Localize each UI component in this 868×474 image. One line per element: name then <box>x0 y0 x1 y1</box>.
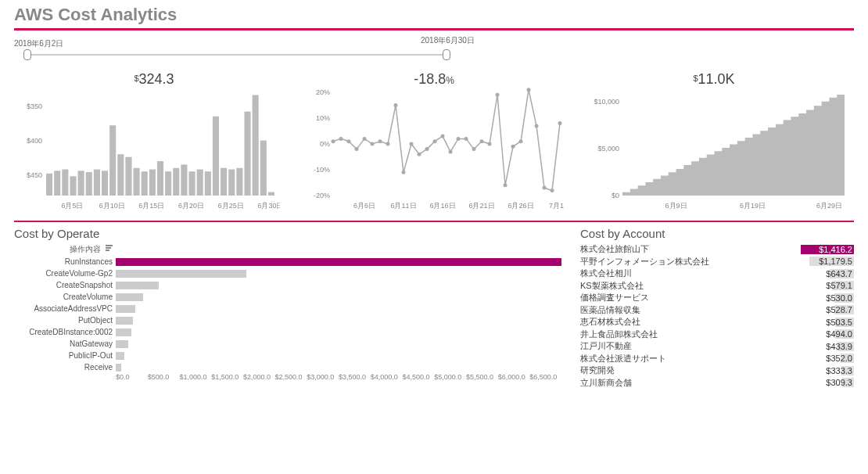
account-row[interactable]: 価格調査サービス$530.0 <box>580 292 854 304</box>
chart-pct-change-line[interactable]: 20%10%0%-10%-20%6月6日6月11日6月16日6月21日6月26日… <box>299 88 569 213</box>
operate-row-label: CreateVolume <box>14 293 116 301</box>
svg-point-45 <box>347 139 351 143</box>
svg-point-49 <box>378 139 382 143</box>
page-title: AWS Cost Analytics <box>0 0 868 28</box>
svg-rect-29 <box>253 95 259 196</box>
chart-cost-by-operate[interactable]: RunInstancesCreateVolume-Gp2CreateSnapsh… <box>14 256 561 373</box>
panel-cost-by-operate: Cost by Operate 操作内容 RunInstancesCreateV… <box>14 227 561 389</box>
svg-point-55 <box>425 147 429 151</box>
date-range-slider[interactable]: 2018年6月2日 2018年6月30日 <box>0 31 868 62</box>
operate-row-label: Receive <box>14 363 116 372</box>
operate-row-label: CreateVolume-Gp2 <box>14 269 116 278</box>
svg-rect-25 <box>221 168 227 196</box>
svg-text:-10%: -10% <box>314 166 330 174</box>
svg-point-44 <box>339 137 343 141</box>
account-row[interactable]: 株式会社旅館山下$1,416.2 <box>580 243 854 256</box>
operate-row[interactable]: CreateSnapshot <box>14 279 561 291</box>
svg-text:6月20日: 6月20日 <box>178 202 204 210</box>
operate-row-label: NatGateway <box>14 339 116 348</box>
operate-row[interactable]: PublicIP-Out <box>14 350 561 361</box>
account-title: Cost by Account <box>580 227 854 243</box>
slider-handle-start[interactable] <box>23 49 31 60</box>
kpi-delta: -18.8% <box>294 66 574 88</box>
svg-rect-3 <box>46 174 52 196</box>
svg-point-48 <box>371 142 375 146</box>
operate-row[interactable]: PutObject <box>14 314 561 326</box>
account-name: 立川新商会舗 <box>580 377 801 389</box>
account-row[interactable]: 井上食品卸株式会社$494.0 <box>580 329 854 341</box>
svg-rect-24 <box>213 117 219 196</box>
svg-text:6月10日: 6月10日 <box>99 202 125 210</box>
table-cost-by-account[interactable]: 株式会社旅館山下$1,416.2平野インフォメーション株式会社$1,179.5株… <box>580 243 854 389</box>
svg-rect-22 <box>197 170 203 196</box>
svg-point-57 <box>441 135 445 138</box>
account-row[interactable]: 立川新商会舗$309.3 <box>580 377 854 390</box>
operate-row-label: CreateDBInstance:0002 <box>14 328 116 336</box>
account-name: 医薬品情報収集 <box>580 304 801 316</box>
svg-point-60 <box>464 137 468 141</box>
svg-point-68 <box>527 88 531 92</box>
account-row[interactable]: 恵石材株式会社$503.5 <box>580 316 854 329</box>
account-name: 価格調査サービス <box>580 292 801 303</box>
operate-row[interactable]: CreateVolume-Gp2 <box>14 268 561 279</box>
svg-rect-16 <box>149 170 156 196</box>
account-name: 江戸川不動産 <box>580 340 801 352</box>
operate-row[interactable]: Receive <box>14 361 561 373</box>
account-row[interactable]: 江戸川不動産$433.9 <box>580 340 854 353</box>
svg-text:10%: 10% <box>316 114 330 122</box>
svg-text:6月21日: 6月21日 <box>468 202 494 210</box>
svg-rect-4 <box>54 171 60 196</box>
operate-row[interactable]: RunInstances <box>14 256 561 268</box>
svg-text:7月1日: 7月1日 <box>549 202 565 210</box>
svg-point-71 <box>551 189 554 192</box>
panel-cost-by-account: Cost by Account 株式会社旅館山下$1,416.2平野インフォメー… <box>580 227 854 389</box>
svg-rect-6 <box>70 176 76 196</box>
svg-point-72 <box>558 121 562 125</box>
svg-rect-5 <box>62 170 68 196</box>
account-row[interactable]: 株式会社相川$643.7 <box>580 268 854 280</box>
svg-point-51 <box>394 103 398 107</box>
svg-text:6月11日: 6月11日 <box>390 202 416 210</box>
kpi-total: $11.0K <box>574 66 854 88</box>
svg-rect-26 <box>228 170 235 196</box>
chart-daily-cost-bar[interactable]: $450$400$3506月5日6月10日6月15日6月20日6月25日6月30… <box>14 88 285 213</box>
divider-red-middle <box>14 221 854 222</box>
svg-rect-13 <box>125 157 131 196</box>
account-name: 株式会社派遣サポート <box>580 353 801 364</box>
account-row[interactable]: 平野インフォメーション株式会社$1,179.5 <box>580 256 854 268</box>
operate-row-label: PutObject <box>14 316 116 325</box>
account-row[interactable]: 研究開発$333.3 <box>580 364 854 377</box>
account-row[interactable]: 株式会社派遣サポート$352.0 <box>580 353 854 365</box>
svg-text:6月6日: 6月6日 <box>353 202 375 210</box>
account-row[interactable]: 医薬品情報収集$528.7 <box>580 304 854 317</box>
svg-point-43 <box>332 139 335 143</box>
operate-row[interactable]: AssociateAddressVPC <box>14 303 561 314</box>
sort-descending-icon[interactable] <box>106 245 113 252</box>
chart-cumulative-area[interactable]: $10,000$5,000$06月9日6月19日6月29日 <box>583 88 854 213</box>
svg-point-65 <box>504 183 508 187</box>
svg-rect-14 <box>134 168 140 196</box>
svg-point-59 <box>457 137 461 141</box>
svg-rect-12 <box>117 154 124 196</box>
svg-point-52 <box>402 171 406 174</box>
svg-text:6月16日: 6月16日 <box>429 202 455 210</box>
svg-rect-31 <box>268 192 274 196</box>
operate-row[interactable]: CreateVolume <box>14 291 561 303</box>
svg-point-64 <box>496 93 500 97</box>
svg-rect-15 <box>142 171 148 196</box>
kpi-cost: $324.3 <box>14 66 294 88</box>
account-name: 井上食品卸株式会社 <box>580 329 801 340</box>
svg-text:6月9日: 6月9日 <box>665 202 687 210</box>
operate-row[interactable]: NatGateway <box>14 338 561 350</box>
operate-header-label[interactable]: 操作内容 <box>70 245 101 253</box>
account-row[interactable]: KS製薬株式会社$579.1 <box>580 280 854 293</box>
svg-rect-8 <box>86 172 92 196</box>
slider-end-label: 2018年6月30日 <box>421 35 475 46</box>
slider-handle-end[interactable] <box>443 49 450 60</box>
operate-x-axis: $0.0$500.0$1,000.0$1,500.0$2,000.0$2,500… <box>14 373 561 381</box>
operate-row[interactable]: CreateDBInstance:0002 <box>14 326 561 338</box>
slider-track-line <box>26 54 447 56</box>
svg-text:-20%: -20% <box>314 192 330 199</box>
operate-row-label: RunInstances <box>14 257 116 266</box>
svg-rect-11 <box>109 125 116 196</box>
